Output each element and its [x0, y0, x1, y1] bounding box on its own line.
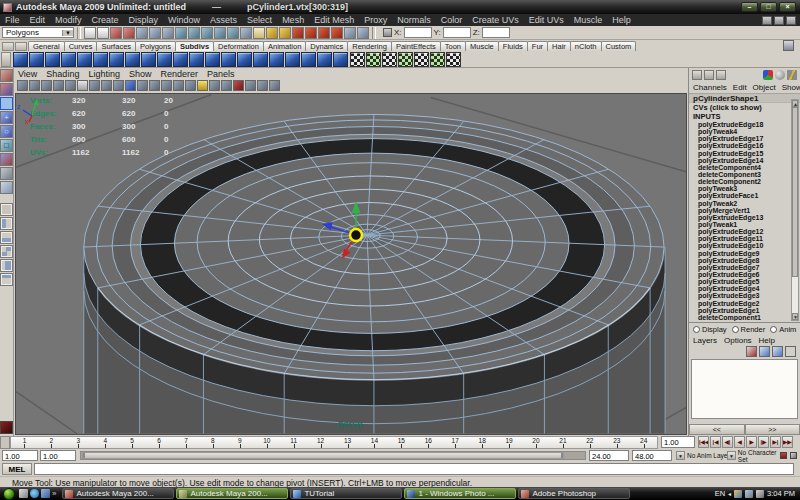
- use-default-material-icon[interactable]: [173, 80, 184, 91]
- character-set-dropdown[interactable]: ▼No Character Set: [727, 450, 787, 461]
- frame-cell[interactable]: 15: [388, 437, 415, 448]
- shelf-tab[interactable]: Animation: [263, 41, 306, 51]
- snap-points-icon[interactable]: [188, 27, 200, 39]
- menu-item[interactable]: Edit: [25, 15, 51, 25]
- shelf-tab[interactable]: General: [28, 41, 65, 51]
- history-node[interactable]: polyExtrudeEdge12: [689, 228, 791, 235]
- shelf-tab[interactable]: Hair: [547, 41, 571, 51]
- quick-launch-chevron[interactable]: »: [52, 489, 56, 498]
- taskbar-button[interactable]: Autodesk Maya 200...: [176, 488, 288, 499]
- menu-item[interactable]: Assets: [205, 15, 242, 25]
- frame-cell[interactable]: 12: [307, 437, 334, 448]
- range-track[interactable]: [80, 451, 586, 460]
- wireframe-icon[interactable]: [89, 80, 100, 91]
- panel-menu-item[interactable]: Panels: [207, 69, 235, 79]
- menu-item[interactable]: File: [0, 15, 25, 25]
- shadows-icon[interactable]: [161, 80, 172, 91]
- tray-user-icon[interactable]: [734, 490, 742, 498]
- poly-helix-icon[interactable]: [157, 52, 172, 67]
- lighting-bulb-icon[interactable]: [209, 80, 220, 91]
- bookmark-icon[interactable]: [53, 80, 64, 91]
- play-forwards-button[interactable]: ▶: [746, 436, 757, 448]
- menu-item[interactable]: Modify: [50, 15, 87, 25]
- snap-magnet-icon-3[interactable]: [331, 27, 343, 39]
- manip-lightning-icon[interactable]: [787, 70, 797, 80]
- shelf-scroll-icon[interactable]: [1, 52, 11, 67]
- range-handle[interactable]: [82, 452, 564, 459]
- absolute-relative-toggle-icon[interactable]: [383, 28, 392, 37]
- poly-pipe-icon[interactable]: [141, 52, 156, 67]
- taskbar-button[interactable]: Autodesk Maya 200...: [62, 488, 174, 499]
- step-forward-key-button[interactable]: |▶: [758, 436, 769, 448]
- show-channel-box-toggle-icon[interactable]: [786, 16, 796, 25]
- select-object-icon[interactable]: [136, 27, 148, 39]
- frame-cell[interactable]: 21: [549, 437, 576, 448]
- language-indicator[interactable]: EN: [715, 489, 725, 498]
- maximize-button[interactable]: □: [760, 2, 777, 12]
- layer-menu-item[interactable]: Layers: [693, 336, 717, 345]
- history-node[interactable]: polyExtrudeEdge1: [689, 307, 791, 314]
- history-node[interactable]: deleteComponent4: [689, 164, 791, 171]
- select-component-icon[interactable]: [149, 27, 161, 39]
- shelf-tab[interactable]: Muscle: [465, 41, 499, 51]
- cvs-toggle[interactable]: CVs (click to show): [689, 103, 800, 112]
- menu-item[interactable]: Select: [242, 15, 277, 25]
- animation-end-field[interactable]: 48.00: [632, 450, 672, 461]
- move-tool[interactable]: +: [0, 111, 13, 124]
- layer-list[interactable]: [691, 359, 798, 419]
- outliner-persp-layout[interactable]: [0, 259, 13, 272]
- history-node[interactable]: polyExtrudeEdge11: [689, 235, 791, 242]
- current-time-field[interactable]: 1.00: [661, 436, 695, 448]
- menu-set-selector[interactable]: Polygons▼: [2, 27, 74, 38]
- shelf-tab[interactable]: Fluids: [498, 41, 528, 51]
- frame-cell[interactable]: 14: [361, 437, 388, 448]
- frame-cell[interactable]: 18: [469, 437, 496, 448]
- history-node[interactable]: polyExtrudeEdge14: [689, 157, 791, 164]
- grease-pencil-icon[interactable]: [269, 80, 280, 91]
- frame-cell[interactable]: 9: [226, 437, 253, 448]
- frame-cell[interactable]: 24: [630, 437, 657, 448]
- time-slider-cap[interactable]: [0, 436, 10, 449]
- shelf-tab[interactable]: Toon: [440, 41, 466, 51]
- camera-attributes-icon[interactable]: [41, 80, 52, 91]
- channel-box-menu-item[interactable]: Channels: [693, 83, 727, 92]
- frame-cell[interactable]: 7: [173, 437, 200, 448]
- minimize-button[interactable]: –: [741, 2, 758, 12]
- shelf-menu-icon[interactable]: [2, 42, 14, 51]
- frame-cell[interactable]: 6: [146, 437, 173, 448]
- show-manipulator-tool[interactable]: [0, 181, 13, 194]
- shape-node-name[interactable]: pCylinderShape1: [689, 93, 800, 103]
- frame-cell[interactable]: 16: [415, 437, 442, 448]
- render-flag-icon-3[interactable]: [382, 52, 397, 67]
- step-back-key-button[interactable]: ◀|: [722, 436, 733, 448]
- make-live-icon[interactable]: [227, 27, 239, 39]
- history-node[interactable]: deleteComponent3: [689, 171, 791, 178]
- x-input[interactable]: [404, 27, 432, 38]
- shelf-tab[interactable]: Custom: [601, 41, 637, 51]
- history-node[interactable]: polyExtrudeEdge13: [689, 214, 791, 221]
- input-connections-icon[interactable]: [240, 27, 252, 39]
- shelf-tab[interactable]: Polygons: [135, 41, 176, 51]
- clock[interactable]: 3:04 PM: [767, 489, 795, 498]
- trash-icon[interactable]: [783, 40, 794, 51]
- field-chart-icon[interactable]: [221, 80, 232, 91]
- history-node[interactable]: polyExtrudeEdge18: [689, 121, 791, 128]
- z-input[interactable]: [482, 27, 510, 38]
- poly-bridge-icon[interactable]: [237, 52, 252, 67]
- select-camera-icon[interactable]: [17, 80, 28, 91]
- poly-reduce-icon[interactable]: [333, 52, 348, 67]
- frame-cell[interactable]: 20: [523, 437, 550, 448]
- quick-launch-icon-2[interactable]: [30, 489, 39, 498]
- construction-history-icon[interactable]: [266, 27, 278, 39]
- menu-item[interactable]: Window: [163, 15, 205, 25]
- film-gate-icon[interactable]: [245, 80, 256, 91]
- tray-network-icon[interactable]: [745, 490, 753, 498]
- scroll-up-icon[interactable]: ▲: [792, 100, 798, 107]
- show-toolbox-toggle-icon[interactable]: [762, 16, 772, 25]
- render-flag-icon-4[interactable]: [398, 52, 413, 67]
- history-node[interactable]: polyExtrudeEdge17: [689, 135, 791, 142]
- universal-manipulator-tool[interactable]: [0, 153, 13, 166]
- paint-select-tool[interactable]: [0, 97, 13, 110]
- frame-cell[interactable]: 13: [334, 437, 361, 448]
- channel-box-scrollbar[interactable]: ▲ ▼: [791, 99, 799, 321]
